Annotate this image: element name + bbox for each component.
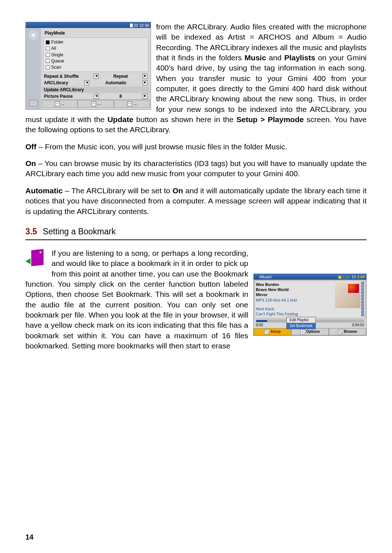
next-track-label: Next track: [256, 306, 334, 311]
left-arrow-icon: ◀ [94, 94, 99, 99]
cd-icon [28, 30, 38, 40]
right-arrow-icon: ▶ [143, 80, 148, 85]
status-text: 20 10 08 [134, 23, 149, 28]
panel-title: PlayMode [45, 30, 150, 36]
menu-item-selected: Set Bookmark [287, 323, 315, 329]
setting-row: ARCLibrary◀Automatic▶ [42, 80, 150, 86]
context-menu: Edit Playlist Set Bookmark [286, 317, 316, 329]
checkbox-icon [46, 53, 50, 57]
total-time: 0:04:53 [352, 323, 364, 328]
player-titlebar: ♫ /Music/ ▣ ▢ ▷ 15 3:04 [254, 274, 366, 280]
note-icon: ♫ [255, 275, 258, 279]
body-paragraph: On – You can browse music by its charact… [25, 158, 367, 179]
setting-row: Update ARCLibrary [42, 86, 150, 93]
setting-value: 8 [119, 93, 122, 99]
magnifier-icon: 🔍 [338, 329, 343, 334]
body-paragraph: Automatic – The ARCLibrary will be set t… [25, 186, 367, 217]
player-path: /Music/ [259, 275, 272, 279]
side-panel: ⋯ [26, 28, 41, 109]
body-paragraph: Off – From the Music icon, you will just… [25, 142, 367, 152]
section-heading: 3.5Setting a Bookmark [25, 226, 367, 240]
option-label: Folder [51, 39, 64, 45]
softkey-setup: 🔍Setup [254, 328, 291, 335]
softkey: ⋯... [78, 100, 114, 108]
softkey: ⋯... [114, 100, 150, 108]
track-metadata: Wes Burden Brave New World Mirror MP3 12… [256, 282, 334, 317]
player-screenshot: ♫ /Music/ ▣ ▢ ▷ 15 3:04 Wes Burden Brave… [253, 274, 367, 336]
side-button: ⋯ [29, 100, 38, 106]
checkbox-icon [46, 47, 50, 51]
right-arrow-icon: ▶ [143, 94, 148, 99]
softkey-options: ♫Options [291, 328, 328, 335]
track-title: Mirror [256, 292, 334, 297]
left-arrow-icon: ◀ [94, 74, 99, 79]
album-art [335, 283, 360, 308]
section-title: Setting a Bookmark [43, 227, 116, 236]
setting-label: Repeat & Shuffle [44, 73, 79, 79]
setting-value: Repeat [113, 73, 128, 79]
status-bar: 20 10 08 [26, 22, 151, 28]
level-meter-icon [361, 282, 364, 317]
softkey-browse: 🔍Browse [329, 328, 366, 335]
volume-icon [130, 24, 133, 27]
setting-value: Automatic [105, 80, 127, 86]
option-label: All [51, 45, 56, 51]
track-format: MP3 128 kb/s 44.1 kHz [256, 298, 334, 303]
track-album: Brave New World [256, 287, 334, 292]
setting-label: Picture Pause [44, 93, 73, 99]
softkey: ⋯... [42, 100, 78, 108]
setting-row: Repeat & Shuffle◀Repeat▶ [42, 73, 150, 80]
section-number: 3.5 [25, 227, 37, 236]
bookmark-icon [25, 248, 46, 269]
left-arrow-icon: ◀ [84, 80, 89, 85]
setting-label: ARCLibrary [44, 80, 68, 86]
player-clock: 3:04 [357, 275, 365, 279]
checkbox-icon [46, 59, 50, 63]
setting-row: Picture Pause◀8▶ [42, 93, 150, 100]
elapsed-time: 0:00 [256, 323, 263, 328]
player-softkeys: 🔍Setup ♫Options 🔍Browse [254, 328, 366, 335]
checkbox-icon [46, 40, 50, 44]
option-label: Single [51, 52, 63, 58]
setting-label: Update ARCLibrary [44, 87, 84, 93]
note-icon: ♫ [300, 329, 305, 334]
option-label: Queue [51, 58, 64, 64]
right-arrow-icon: ▶ [143, 74, 148, 79]
checkbox-icon [46, 65, 50, 69]
options-block: Folder All Single Queue Scan [43, 37, 148, 72]
magnifier-icon: 🔍 [264, 329, 269, 334]
playmode-screenshot: 20 10 08 ⋯ PlayMode Folder All Single Qu… [25, 22, 151, 110]
softkey-bar: ⋯... ⋯... ⋯... [42, 100, 150, 108]
next-track-title: Can't Fight This Feeling [256, 311, 334, 316]
menu-item: Edit Playlist [287, 317, 315, 323]
option-label: Scan [51, 64, 61, 70]
track-artist: Wes Burden [256, 282, 334, 287]
